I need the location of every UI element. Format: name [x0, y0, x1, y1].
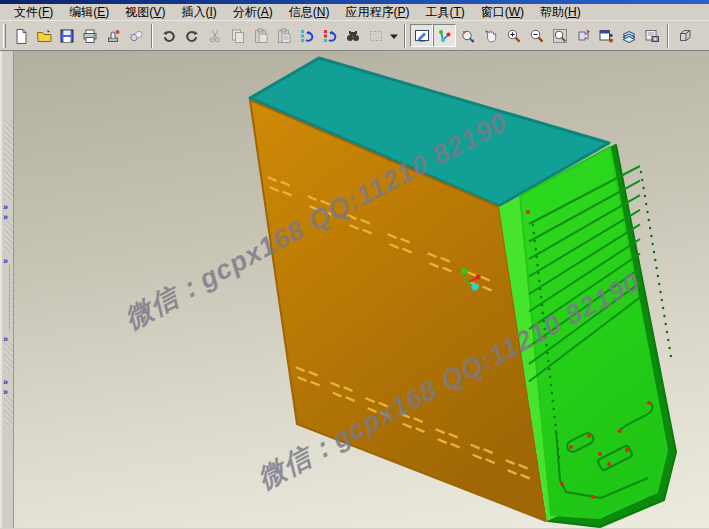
erase-display-button[interactable]: [101, 24, 124, 47]
spin-center-red-dot: [476, 275, 481, 280]
orient-mode-icon: [460, 28, 476, 44]
save-icon: [59, 28, 75, 44]
expand-panel-chevron-icon[interactable]: »: [3, 335, 8, 343]
print-button[interactable]: [78, 24, 101, 47]
panel-grip[interactable]: [4, 120, 13, 200]
zoom-out-button[interactable]: [525, 24, 548, 47]
new-button[interactable]: [9, 24, 32, 47]
new-file-icon: [13, 28, 29, 44]
saved-views-button[interactable]: [640, 24, 663, 47]
menu-item-v[interactable]: 视图(V): [117, 3, 173, 22]
regenerate-button[interactable]: [295, 24, 318, 47]
collapsed-panel-strip[interactable]: »»»»»»: [0, 51, 14, 528]
main-area: »»»»»»: [0, 51, 709, 528]
paste-special-icon: [276, 28, 292, 44]
refit-button[interactable]: [548, 24, 571, 47]
selection-filter-button[interactable]: [364, 24, 387, 47]
expand-panel-chevron-icon[interactable]: »: [3, 213, 8, 221]
expand-panel-chevron-icon[interactable]: »: [3, 388, 8, 396]
zoom-in-icon: [506, 28, 522, 44]
refit-icon: [552, 28, 568, 44]
expand-panel-chevron-icon[interactable]: »: [3, 257, 8, 265]
menu-item-h[interactable]: 帮助(H): [532, 3, 589, 22]
menu-item-i[interactable]: 插入(I): [173, 3, 224, 22]
erase-icon: [105, 28, 121, 44]
case-model-scene[interactable]: [14, 51, 709, 528]
menu-item-n[interactable]: 信息(N): [281, 3, 338, 22]
application-window: 文件(F)编辑(E)视图(V)插入(I)分析(A)信息(N)应用程序(P)工具(…: [0, 0, 709, 529]
open-button[interactable]: [32, 24, 55, 47]
print-icon: [82, 28, 98, 44]
spin-center-icon: [437, 28, 453, 44]
open-folder-icon: [36, 28, 52, 44]
delete-old-versions-button[interactable]: [124, 24, 147, 47]
save-button[interactable]: [55, 24, 78, 47]
redo-icon: [184, 28, 200, 44]
menu-item-f[interactable]: 文件(F): [6, 3, 61, 22]
paste-special-button[interactable]: [272, 24, 295, 47]
toolbar-separator: [151, 24, 153, 48]
menu-item-t[interactable]: 工具(T): [417, 3, 472, 22]
regenerate-icon: [299, 28, 315, 44]
saved-views-icon: [644, 28, 660, 44]
toolbar-grip[interactable]: [3, 24, 6, 48]
delete-icon: [128, 28, 144, 44]
expand-panel-chevron-icon[interactable]: »: [3, 378, 8, 386]
toolbar: [0, 21, 709, 51]
selection-box-icon: [368, 28, 384, 44]
copy-button[interactable]: [226, 24, 249, 47]
paste-icon: [253, 28, 269, 44]
menu-item-a[interactable]: 分析(A): [225, 3, 281, 22]
reorient-icon: [575, 28, 591, 44]
zoom-out-icon: [529, 28, 545, 44]
cut-icon: [207, 28, 223, 44]
menu-item-p[interactable]: 应用程序(P): [337, 3, 417, 22]
cut-button[interactable]: [203, 24, 226, 47]
regenerate-manager-button[interactable]: [318, 24, 341, 47]
repaint-button[interactable]: [410, 24, 433, 47]
undo-icon: [161, 28, 177, 44]
expand-panel-chevron-icon[interactable]: »: [3, 203, 8, 211]
panel-grip[interactable]: [4, 340, 13, 372]
view-manager-icon: [598, 28, 614, 44]
undo-button[interactable]: [157, 24, 180, 47]
dropdown-arrow-icon: [386, 28, 402, 44]
copy-icon: [230, 28, 246, 44]
orient-mode-button[interactable]: [456, 24, 479, 47]
spin-center-button[interactable]: [433, 24, 456, 47]
find-button[interactable]: [341, 24, 364, 47]
spin-center-green-dot: [461, 268, 467, 274]
panel-grip[interactable]: [4, 218, 13, 253]
toolbar-separator: [404, 24, 406, 48]
paste-button[interactable]: [249, 24, 272, 47]
spin-center-cyan-dot: [472, 284, 479, 291]
pan-hand-icon: [483, 28, 499, 44]
menu-item-e[interactable]: 编辑(E): [61, 3, 117, 22]
selection-filter-dropdown-button[interactable]: [387, 24, 400, 47]
reorient-button[interactable]: [571, 24, 594, 47]
view-manager-button[interactable]: [594, 24, 617, 47]
binoculars-icon: [345, 28, 361, 44]
pan-button[interactable]: [479, 24, 502, 47]
zoom-in-button[interactable]: [502, 24, 525, 47]
repaint-icon: [414, 28, 430, 44]
model-box-icon: [677, 28, 693, 44]
panel-divider: [9, 265, 10, 330]
redo-button[interactable]: [180, 24, 203, 47]
toolbar-separator: [667, 24, 669, 48]
menu-bar: 文件(F)编辑(E)视图(V)插入(I)分析(A)信息(N)应用程序(P)工具(…: [0, 4, 709, 21]
layers-button[interactable]: [617, 24, 640, 47]
menu-item-w[interactable]: 窗口(W): [473, 3, 532, 22]
layers-icon: [621, 28, 637, 44]
graphics-viewport[interactable]: 微信：gcpx168 QQ:11210 82190 微信：gcpx168 QQ:…: [14, 51, 709, 528]
panel-grip[interactable]: [4, 395, 13, 428]
model-display-button[interactable]: [673, 24, 696, 47]
regenerate-manager-icon: [322, 28, 338, 44]
